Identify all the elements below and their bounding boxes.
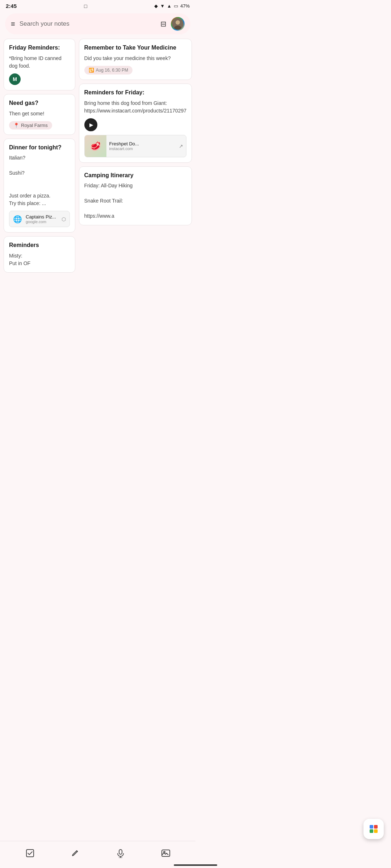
status-bar: 2:45 □ ◆ ▼ ▲ ▭ 47%: [0, 0, 196, 10]
note-gas[interactable]: Need gas? Then get some! 📍 Royal Farms: [4, 94, 75, 135]
battery-percent: 47%: [180, 3, 190, 9]
note-title: Remember to Take Your Medicine: [84, 44, 186, 52]
link-thumb-preview[interactable]: 🥩 Freshpet Do... instacart.com ↗: [84, 135, 186, 157]
note-reminders-bottom[interactable]: Reminders Misty:Put in OF: [4, 236, 75, 273]
note-body: Then get some!: [9, 110, 70, 118]
note-reminders-friday[interactable]: Reminders for Friday: Bring home this do…: [79, 84, 192, 163]
thumb-domain: instacart.com: [109, 146, 176, 151]
collab-avatar: M: [9, 73, 21, 85]
reminder-time: Aug 16, 6:30 PM: [96, 68, 128, 73]
reminder-chip[interactable]: 🔁 Aug 16, 6:30 PM: [84, 66, 133, 75]
note-title: Friday Reminders:: [9, 44, 70, 52]
notes-grid: Friday Reminders: *Bring home ID canned …: [0, 39, 196, 302]
link-title: Captains Piz...: [26, 214, 58, 220]
note-title: Dinner for tonight?: [9, 144, 70, 152]
note-body: Misty:Put in OF: [9, 252, 70, 267]
location-icon: 📍: [13, 123, 19, 128]
repeat-icon: 🔁: [89, 68, 94, 73]
search-input[interactable]: Search your notes: [20, 20, 156, 27]
play-icon: ▶: [89, 122, 93, 128]
col-left: Friday Reminders: *Bring home ID canned …: [4, 39, 75, 273]
note-body: *Bring home ID canned dog food.: [9, 55, 70, 70]
play-button[interactable]: ▶: [84, 118, 97, 131]
avatar-inner: [172, 18, 184, 30]
status-icons: ◆ ▼ ▲ ▭ 47%: [154, 3, 190, 9]
note-dinner[interactable]: Dinner for tonight? Italian?Sushi?Just o…: [4, 139, 75, 233]
globe-icon: 🌐: [13, 215, 22, 224]
note-title: Reminders: [9, 242, 70, 249]
note-title: Reminders for Friday:: [84, 89, 186, 97]
location-tag[interactable]: 📍 Royal Farms: [9, 121, 52, 129]
thumb-external-icon[interactable]: ↗: [179, 143, 186, 149]
view-toggle-icon[interactable]: ⊟: [160, 20, 167, 28]
note-medicine[interactable]: Remember to Take Your Medicine Did you t…: [79, 39, 192, 80]
link-info: Captains Piz... google.com: [26, 214, 58, 224]
note-body: Italian?Sushi?Just order a pizza.Try thi…: [9, 154, 70, 207]
battery-icon: ▭: [174, 3, 178, 9]
note-friday-reminders[interactable]: Friday Reminders: *Bring home ID canned …: [4, 39, 75, 90]
status-screen-icon: □: [84, 3, 87, 9]
link-domain: google.com: [26, 220, 58, 224]
thumb-title: Freshpet Do...: [109, 141, 176, 146]
note-body: Did you take your medicine this week?: [84, 55, 186, 62]
svg-point-1: [176, 20, 180, 25]
bluetooth-icon: ◆: [154, 3, 158, 9]
wifi-icon: ▼: [160, 3, 165, 9]
status-time: 2:45: [6, 3, 17, 9]
thumb-image: 🥩: [85, 135, 106, 157]
note-body: Friday: All-Day HikingSnake Root Trail:h…: [84, 182, 186, 220]
signal-icon: ▲: [167, 3, 172, 9]
avatar[interactable]: [171, 17, 185, 31]
tag-label: Royal Farms: [21, 123, 48, 128]
col-right: Remember to Take Your Medicine Did you t…: [79, 39, 192, 273]
external-link-icon[interactable]: ⬡: [62, 216, 66, 222]
note-body: Bring home this dog food from Giant: htt…: [84, 99, 186, 115]
thumb-info: Freshpet Do... instacart.com: [106, 138, 179, 154]
menu-icon[interactable]: ≡: [11, 20, 15, 28]
note-title: Camping Itinerary: [84, 172, 186, 179]
link-preview[interactable]: 🌐 Captains Piz... google.com ⬡: [9, 211, 70, 227]
search-bar[interactable]: ≡ Search your notes ⊟: [5, 13, 190, 34]
note-camping[interactable]: Camping Itinerary Friday: All-Day Hiking…: [79, 166, 192, 226]
note-title: Need gas?: [9, 99, 70, 107]
